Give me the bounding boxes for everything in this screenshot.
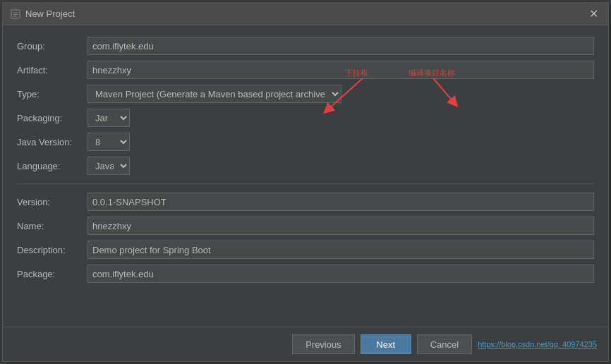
type-label: Type: [17,89,87,99]
packaging-select[interactable]: Jar [87,109,130,127]
form-grid: Group: Artifact: Type: Maven Project (Ge… [17,37,594,175]
cancel-button[interactable]: Cancel [417,334,472,354]
description-input[interactable] [87,241,594,259]
type-wrapper: Maven Project (Generate a Maven based pr… [87,85,594,103]
package-input[interactable] [87,265,594,283]
close-button[interactable]: ✕ [586,7,601,21]
form-divider [17,183,594,184]
packaging-label: Packaging: [17,113,87,123]
version-input[interactable] [87,193,594,211]
language-wrapper: Java [87,157,594,175]
name-input[interactable] [87,217,594,235]
watermark-link: https://blog.csdn.net/qq_40974235 [478,340,597,348]
group-input[interactable] [87,37,594,55]
title-bar: New Project ✕ [3,3,608,25]
group-label: Group: [17,41,87,51]
java-version-select[interactable]: 8 [87,133,130,151]
artifact-label: Artifact: [17,65,87,75]
dialog-window: New Project ✕ Group: Artifact: Type: Mav… [2,2,609,362]
java-version-label: Java Version: [17,137,87,147]
packaging-wrapper: Jar [87,109,594,127]
version-label: Version: [17,197,87,207]
new-project-icon [10,8,21,20]
type-select[interactable]: Maven Project (Generate a Maven based pr… [87,85,341,103]
name-label: Name: [17,221,87,231]
description-label: Description: [17,245,87,255]
package-label: Package: [17,269,87,279]
previous-button[interactable]: Previous [292,334,355,354]
language-label: Language: [17,161,87,171]
title-bar-left: New Project [10,8,75,20]
dialog-title: New Project [25,8,75,19]
next-button[interactable]: Next [361,334,411,354]
bottom-bar: Previous Next Cancel https://blog.csdn.n… [3,327,608,361]
java-version-wrapper: 8 [87,133,594,151]
artifact-input[interactable] [87,61,594,79]
language-select[interactable]: Java [87,157,130,175]
form-grid-2: Version: Name: Description: Package: [17,193,594,283]
dialog-content: Group: Artifact: Type: Maven Project (Ge… [3,25,608,327]
